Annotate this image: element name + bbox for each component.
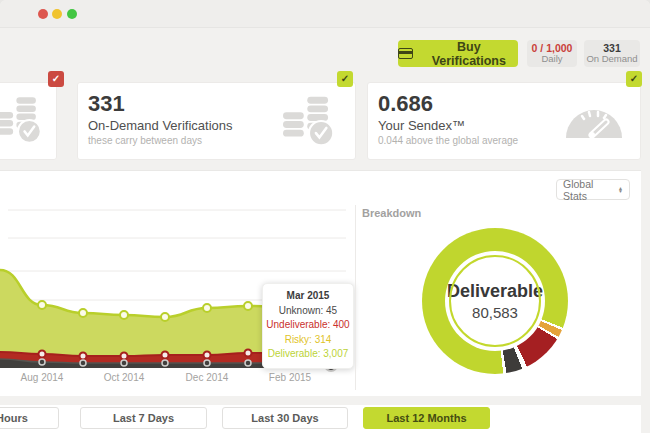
tooltip-title: Mar 2015 <box>266 289 350 304</box>
chart-tooltip: Mar 2015 Unknown: 45Undeliverable: 400Ri… <box>262 283 354 369</box>
time-range-button[interactable]: Last 7 Days <box>80 407 207 429</box>
buy-verifications-label: Buy Verifications <box>420 40 518 68</box>
gauge-icon <box>562 99 626 141</box>
x-axis-tick: Aug 2014 <box>21 372 64 383</box>
daily-quota-label: Daily <box>541 54 562 65</box>
donut-center-label: Deliverable <box>447 281 543 302</box>
on-demand-subtitle: these carry between days <box>88 135 233 146</box>
stat-card-on-demand: 331 On-Demand Verifications these carry … <box>77 82 356 160</box>
stat-card-sendex: 0.686 Your Sendex™ 0.044 above the globa… <box>367 82 641 160</box>
x-axis-tick: Feb 2015 <box>269 372 311 383</box>
dashboard-window: Buy Verifications 0 / 1,000 Daily 331 On… <box>0 0 650 433</box>
window-control-close-button[interactable] <box>38 9 48 19</box>
time-range-button[interactable]: Last 30 Days <box>222 407 348 429</box>
breakdown-donut-chart[interactable]: Deliverable 80,583 <box>422 228 568 374</box>
tooltip-row: Deliverable: 3,007 <box>266 347 350 362</box>
time-range-button[interactable]: Last 12 Months <box>363 407 490 429</box>
credit-card-icon <box>398 48 413 59</box>
window-title-bar <box>0 0 650 28</box>
on-demand-count: 331 <box>88 91 233 117</box>
sendex-title: Your Sendex™ <box>378 118 518 133</box>
card-toggle-badge-green[interactable]: ✓ <box>337 71 353 87</box>
sendex-subtitle: 0.044 above the global average <box>378 135 518 146</box>
breakdown-heading: Breakdown <box>362 207 421 219</box>
on-demand-credits-label: On Demand <box>586 54 637 65</box>
on-demand-credits-badge: 331 On Demand <box>584 40 640 67</box>
tooltip-row: Undeliverable: 400 <box>266 318 350 333</box>
buy-verifications-button[interactable]: Buy Verifications <box>398 40 518 67</box>
coins-icon <box>0 95 44 145</box>
sendex-score: 0.686 <box>378 91 518 117</box>
card-toggle-badge-red[interactable]: ✓ <box>48 71 64 87</box>
daily-quota-badge: 0 / 1,000 Daily <box>527 40 577 67</box>
window-control-minimize-button[interactable] <box>52 9 62 19</box>
global-stats-select[interactable]: Global Stats ▲▼ <box>556 179 630 200</box>
donut-center-value: 80,583 <box>472 304 518 321</box>
x-axis-labels: Aug 2014Oct 2014Dec 2014Feb 2015 <box>0 372 352 386</box>
panel-divider <box>355 205 356 390</box>
on-demand-title: On-Demand Verifications <box>88 118 233 133</box>
tooltip-rows: Unknown: 45Undeliverable: 400Risky: 314D… <box>266 304 350 362</box>
x-axis-tick: Oct 2014 <box>104 372 145 383</box>
x-axis-tick: Dec 2014 <box>186 372 229 383</box>
tooltip-row: Unknown: 45 <box>266 304 350 319</box>
time-range-button[interactable]: Last 24 Hours <box>0 407 59 429</box>
sendex-card-text: 0.686 Your Sendex™ 0.044 above the globa… <box>378 91 518 146</box>
tooltip-row: Risky: 314 <box>266 333 350 348</box>
donut-center: Deliverable 80,583 <box>445 251 545 351</box>
on-demand-card-text: 331 On-Demand Verifications these carry … <box>88 91 233 146</box>
stat-card-previous: ✓ <box>0 82 57 160</box>
global-stats-selected-value: Global Stats <box>563 178 618 202</box>
card-toggle-badge-green[interactable]: ✓ <box>626 71 642 87</box>
coins-icon <box>281 95 337 147</box>
chevron-up-down-icon: ▲▼ <box>618 187 623 193</box>
window-control-zoom-button[interactable] <box>67 9 77 19</box>
